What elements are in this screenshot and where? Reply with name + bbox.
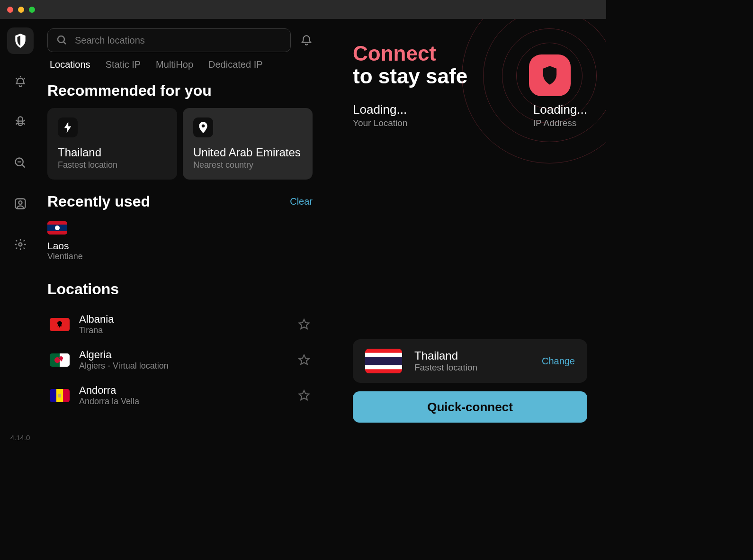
- lightning-icon: [58, 117, 78, 137]
- app-version: 4.14.0: [10, 434, 30, 451]
- recommended-card-sub: Fastest location: [58, 160, 167, 170]
- recent-item-name: Laos: [47, 240, 83, 252]
- window-fullscreen-button[interactable]: [29, 7, 35, 13]
- connection-panel: Connect to stay safe Loading... Your Loc…: [327, 19, 606, 451]
- location-item[interactable]: Algeria Algiers - Virtual location: [47, 342, 313, 378]
- favorite-button[interactable]: [298, 318, 310, 331]
- your-location-label: Your Location: [353, 118, 408, 128]
- search-box[interactable]: [47, 28, 291, 52]
- search-minus-icon: [14, 156, 27, 170]
- shield-icon: [14, 34, 27, 48]
- svg-point-7: [55, 226, 60, 230]
- location-tabs: Locations Static IP MultiHop Dedicated I…: [47, 59, 313, 70]
- recent-item-sub: Vientiane: [47, 252, 83, 262]
- nav-account[interactable]: [7, 190, 34, 217]
- flag-laos-icon: [47, 221, 67, 235]
- recommended-card-sub: Nearest country: [193, 160, 302, 170]
- location-sub: Algiers - Virtual location: [79, 361, 298, 371]
- location-item[interactable]: Albania Tirana: [47, 307, 313, 342]
- location-name: Algeria: [79, 349, 298, 361]
- ip-address-value: Loading...: [533, 102, 587, 117]
- nav-sidebar: 4.14.0: [0, 19, 40, 451]
- svg-rect-18: [365, 357, 402, 365]
- flag-thailand-icon: [365, 349, 402, 373]
- star-icon: [298, 318, 310, 331]
- location-name: Andorra: [79, 384, 298, 397]
- favorite-button[interactable]: [298, 354, 310, 366]
- notifications-button[interactable]: [300, 34, 313, 46]
- nav-search[interactable]: [7, 150, 34, 176]
- nav-vpn[interactable]: [7, 27, 34, 54]
- selected-location-sub: Fastest location: [414, 362, 542, 373]
- svg-rect-15: [58, 394, 61, 397]
- bell-icon: [300, 34, 313, 46]
- tab-static-ip[interactable]: Static IP: [106, 59, 141, 70]
- recent-item[interactable]: Laos Vientiane: [47, 219, 83, 264]
- change-location-button[interactable]: Change: [542, 356, 575, 367]
- quick-connect-button[interactable]: Quick-connect: [353, 391, 587, 423]
- bug-icon: [14, 116, 27, 129]
- search-input[interactable]: [75, 35, 282, 46]
- svg-point-3: [18, 243, 22, 246]
- ip-address-label: IP Address: [533, 118, 587, 128]
- tab-locations[interactable]: Locations: [50, 59, 90, 70]
- gear-icon: [14, 238, 27, 251]
- recommended-card-name: United Arab Emirates: [193, 146, 302, 159]
- svg-rect-14: [63, 389, 70, 402]
- status-shield-icon: [529, 54, 571, 96]
- nav-settings[interactable]: [7, 231, 34, 258]
- svg-point-4: [58, 36, 64, 43]
- location-item[interactable]: Andorra Andorra la Vella: [47, 378, 313, 413]
- window-minimize-button[interactable]: [18, 7, 24, 13]
- flag-albania-icon: [50, 318, 70, 331]
- user-icon: [14, 197, 27, 210]
- tab-dedicated-ip[interactable]: Dedicated IP: [208, 59, 263, 70]
- location-sub: Tirana: [79, 325, 298, 335]
- recommended-card-nearest[interactable]: United Arab Emirates Nearest country: [183, 108, 313, 180]
- clear-recent-button[interactable]: Clear: [290, 196, 313, 207]
- recommended-card-fastest[interactable]: Thailand Fastest location: [47, 108, 177, 180]
- location-name: Albania: [79, 313, 298, 325]
- recommended-card-name: Thailand: [58, 146, 167, 159]
- search-icon: [56, 35, 68, 46]
- alert-icon: [14, 75, 27, 88]
- nav-antivirus[interactable]: [7, 109, 34, 135]
- recently-used-heading: Recently used: [47, 193, 150, 210]
- star-icon: [298, 354, 310, 366]
- flag-andorra-icon: [50, 389, 70, 402]
- window-close-button[interactable]: [7, 7, 13, 13]
- location-sub: Andorra la Vella: [79, 397, 298, 406]
- window-titlebar: [0, 0, 606, 19]
- selected-location-card: Thailand Fastest location Change: [353, 339, 587, 383]
- svg-rect-12: [50, 389, 56, 402]
- your-location-value: Loading...: [353, 102, 408, 117]
- flag-algeria-icon: [50, 353, 70, 367]
- selected-location-name: Thailand: [414, 349, 542, 362]
- star-icon: [298, 389, 310, 402]
- favorite-button[interactable]: [298, 389, 310, 402]
- nav-alert[interactable]: [7, 68, 34, 95]
- locations-panel: Locations Static IP MultiHop Dedicated I…: [40, 19, 327, 451]
- tab-multihop[interactable]: MultiHop: [156, 59, 193, 70]
- pin-icon: [193, 117, 213, 137]
- ripple-decoration: [450, 19, 606, 175]
- locations-heading: Locations: [47, 280, 313, 298]
- recommended-heading: Recommended for you: [47, 82, 313, 99]
- svg-point-2: [18, 201, 22, 204]
